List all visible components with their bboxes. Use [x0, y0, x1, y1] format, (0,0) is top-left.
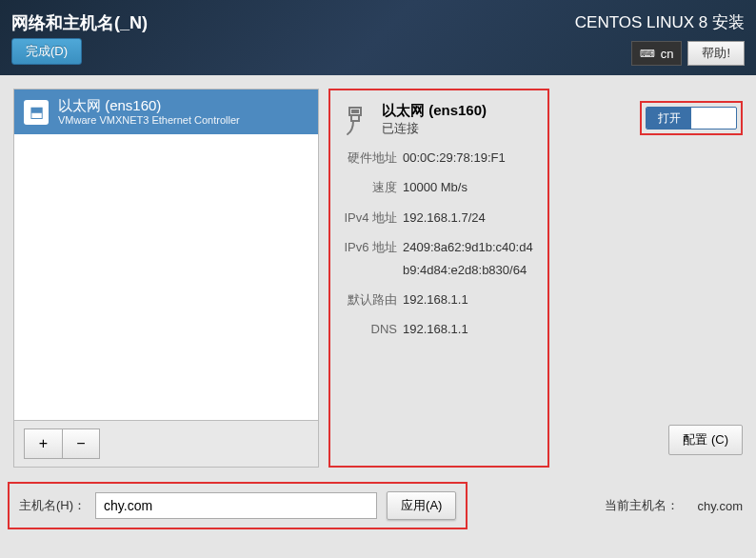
network-detail-panel: 以太网 (ens160) 已连接 硬件地址00:0C:29:78:19:F1 速…: [328, 89, 549, 468]
toggle-on-label: 打开: [647, 108, 691, 129]
network-sidebar: ⬒ 以太网 (ens160) VMware VMXNET3 Ethernet C…: [13, 89, 319, 468]
done-button[interactable]: 完成(D): [11, 38, 82, 65]
ethernet-icon: ⬒: [24, 100, 49, 125]
detail-status: 已连接: [382, 120, 487, 137]
ipv6-label: IPv6 地址: [344, 236, 397, 281]
current-hostname-value: chy.com: [698, 499, 743, 513]
hw-addr-label: 硬件地址: [344, 147, 397, 169]
connection-toggle-wrap: 打开: [640, 101, 743, 135]
ipv4-label: IPv4 地址: [344, 207, 397, 229]
product-name: CENTOS LINUX 8 安装: [575, 11, 745, 33]
ethernet-plug-icon: [344, 104, 372, 136]
header-bar: 网络和主机名(_N) 完成(D) CENTOS LINUX 8 安装 ⌨ cn …: [0, 0, 756, 75]
route-value: 192.168.1.1: [403, 289, 468, 310]
current-hostname-label: 当前主机名：: [605, 497, 679, 514]
help-button[interactable]: 帮助!: [687, 41, 745, 66]
remove-network-button[interactable]: −: [62, 428, 100, 459]
detail-title: 以太网 (ens160): [382, 102, 487, 120]
keyboard-layout: cn: [661, 47, 674, 61]
apply-button[interactable]: 应用(A): [387, 491, 456, 520]
speed-value: 10000 Mb/s: [403, 176, 468, 198]
network-list-item[interactable]: ⬒ 以太网 (ens160) VMware VMXNET3 Ethernet C…: [14, 90, 318, 134]
ipv4-value: 192.168.1.7/24: [403, 207, 486, 229]
ipv6-value: 2409:8a62:9d1b:c40:d4b9:4d84:e2d8:b830/6…: [403, 236, 534, 281]
dns-value: 192.168.1.1: [403, 318, 468, 340]
speed-label: 速度: [344, 176, 397, 198]
configure-button[interactable]: 配置 (C): [668, 425, 743, 455]
network-list: ⬒ 以太网 (ens160) VMware VMXNET3 Ethernet C…: [13, 89, 319, 421]
dns-label: DNS: [344, 318, 397, 340]
keyboard-icon: ⌨: [640, 48, 655, 60]
add-network-button[interactable]: +: [24, 428, 62, 459]
hostname-edit-group: 主机名(H)： 应用(A): [8, 482, 468, 529]
network-item-subtitle: VMware VMXNET3 Ethernet Controller: [58, 114, 240, 127]
hostname-input[interactable]: [95, 492, 377, 519]
keyboard-indicator[interactable]: ⌨ cn: [631, 41, 683, 66]
hw-addr-value: 00:0C:29:78:19:F1: [403, 147, 506, 169]
route-label: 默认路由: [344, 289, 397, 310]
connection-toggle[interactable]: 打开: [646, 107, 737, 130]
svg-rect-0: [351, 110, 359, 113]
network-item-name: 以太网 (ens160): [58, 97, 240, 114]
hostname-label: 主机名(H)：: [19, 497, 86, 514]
